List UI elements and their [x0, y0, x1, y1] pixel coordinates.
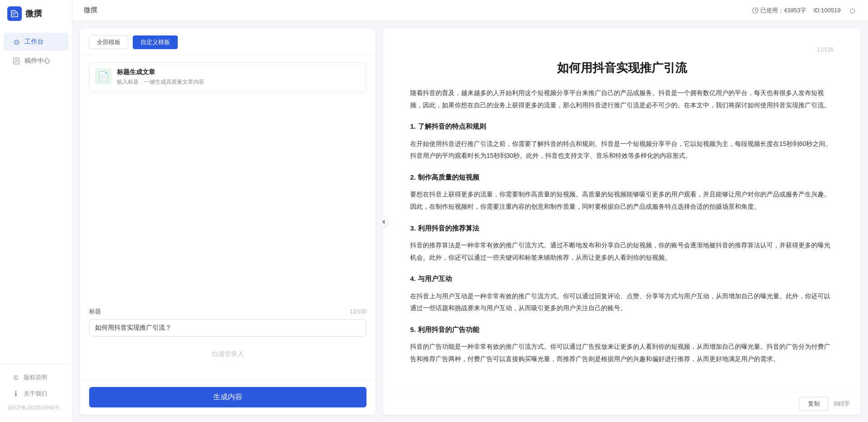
content-placeholder-text: 白请空录入	[89, 337, 366, 372]
left-panel-footer: 生成内容	[80, 379, 376, 415]
workbench-icon: ⊙	[12, 37, 21, 46]
logo-area: 微撰	[0, 0, 72, 27]
page-number: 11/116	[410, 46, 833, 53]
article-para-4: 在抖音上与用户互动是一种非常有效的推广引流方式。你可以通过回复评论、点赞、分享等…	[410, 290, 833, 314]
left-panel-body: 📄 标题生成文章 输入标题，一键生成高质量文章内容	[80, 55, 376, 300]
template-card-title: 标题生成文章	[117, 68, 204, 76]
tab-all-templates[interactable]: 全部模板	[89, 35, 128, 49]
sidebar-label-drafts: 稿件中心	[25, 57, 50, 65]
about-label: 关于我们	[24, 390, 47, 398]
tab-custom-templates[interactable]: 自定义模板	[133, 35, 178, 49]
logo-text: 微撰	[25, 8, 42, 19]
article-para-3: 抖音的推荐算法是一种非常有效的推广引流方式。通过不断地发布和分享自己的短视频，你…	[410, 239, 833, 263]
usage-text: 已使用：43953字	[760, 6, 806, 15]
left-panel-header: 全部模板 自定义模板	[80, 28, 376, 55]
topbar-title: 微撰	[84, 6, 97, 15]
sidebar: 微撰 ⊙ 工作台 稿件中心 © 版权说明 ℹ 关于我们 皖ICP备2022016…	[0, 0, 73, 422]
article-heading-3: 3. 利用抖音的推荐算法	[410, 222, 833, 235]
copy-button[interactable]: 复制	[799, 397, 828, 411]
topbar: 微撰 已使用：43953字 ID:100519	[73, 0, 868, 21]
sidebar-nav: ⊙ 工作台 稿件中心	[0, 27, 72, 364]
content-area: 全部模板 自定义模板 📄 标题生成文章 输入标题，一键生成高质量文章内容 标题 …	[73, 21, 868, 422]
title-field-label: 标题 12/100	[89, 307, 366, 316]
article-heading-5: 5. 利用抖音的广告功能	[410, 323, 833, 337]
article-heading-1: 1. 了解抖音的特点和规则	[410, 120, 833, 133]
template-card-desc: 输入标题，一键生成高质量文章内容	[117, 78, 204, 86]
copyright-label: 版权说明	[24, 373, 47, 382]
left-panel: 全部模板 自定义模板 📄 标题生成文章 输入标题，一键生成高质量文章内容 标题 …	[80, 28, 376, 415]
sidebar-item-copyright[interactable]: © 版权说明	[4, 370, 69, 385]
title-input[interactable]	[89, 319, 366, 337]
form-section: 标题 12/100 白请空录入	[80, 300, 376, 379]
icp-text: 皖ICP备2022016946号	[0, 402, 72, 413]
copyright-icon: ©	[12, 373, 20, 382]
topbar-right: 已使用：43953字 ID:100519	[752, 6, 857, 15]
clock-icon	[752, 7, 758, 14]
article-title: 如何用抖音实现推广引流	[410, 60, 833, 76]
sidebar-item-workbench[interactable]: ⊙ 工作台	[4, 33, 69, 51]
sidebar-item-drafts[interactable]: 稿件中心	[4, 52, 69, 70]
article-intro: 随着抖音的普及，越来越多的人开始利用这个短视频分享平台来推广自己的产品或服务。抖…	[410, 87, 833, 111]
right-panel-footer: 复制 693字	[383, 392, 861, 415]
article-heading-2: 2. 制作高质量的短视频	[410, 171, 833, 184]
drafts-icon	[12, 56, 21, 65]
power-button[interactable]	[848, 6, 857, 15]
template-card-info: 标题生成文章 输入标题，一键生成高质量文章内容	[117, 68, 204, 86]
title-label-text: 标题	[89, 307, 101, 316]
about-icon: ℹ	[12, 390, 20, 398]
article-heading-4: 4. 与用户互动	[410, 272, 833, 286]
word-count: 693字	[834, 400, 850, 408]
sidebar-item-about[interactable]: ℹ 关于我们	[4, 386, 69, 402]
article-para-1: 在开始使用抖音进行推广引流之前，你需要了解抖音的特点和规则。抖音是一个短视频分享…	[410, 138, 833, 162]
article-body: 随着抖音的普及，越来越多的人开始利用这个短视频分享平台来推广自己的产品或服务。抖…	[410, 87, 833, 365]
article-para-5: 抖音的广告功能是一种非常有效的推广引流方式。你可以通过广告投放来让更多的人看到你…	[410, 341, 833, 365]
template-card-icon: 📄	[95, 68, 111, 85]
generate-button[interactable]: 生成内容	[89, 387, 366, 407]
sidebar-bottom: © 版权说明 ℹ 关于我们 皖ICP备2022016946号	[0, 364, 72, 422]
topbar-usage: 已使用：43953字	[752, 6, 806, 15]
topbar-id: ID:100519	[813, 7, 841, 14]
title-char-count: 12/100	[350, 308, 366, 315]
main: 微撰 已使用：43953字 ID:100519 全部模板 自定义模板 📄	[73, 0, 868, 422]
article-content-area: 11/116 如何用抖音实现推广引流 随着抖音的普及，越来越多的人开始利用这个短…	[383, 28, 861, 415]
logo-icon	[7, 6, 22, 21]
sidebar-label-workbench: 工作台	[25, 38, 44, 46]
article-para-2: 要想在抖音上获得更多的流量，你需要制作高质量的短视频。高质量的短视频能够吸引更多…	[410, 188, 833, 212]
right-panel: ◀ 11/116 如何用抖音实现推广引流 随着抖音的普及，越来越多的人开始利用这…	[383, 28, 861, 415]
template-card[interactable]: 📄 标题生成文章 输入标题，一键生成高质量文章内容	[89, 62, 366, 92]
